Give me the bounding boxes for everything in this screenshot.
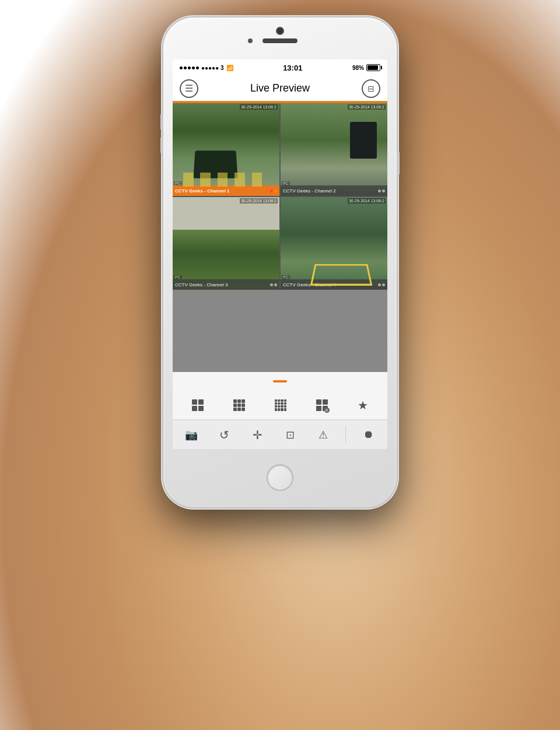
phone-speaker <box>262 38 298 43</box>
scene: ●●●●● 3 📶 13:01 98% <box>0 0 560 730</box>
status-bar: ●●●●● 3 📶 13:01 98% <box>173 59 387 76</box>
camera-cell-2[interactable]: 30-29-2014 13:06:2 PC CCTV Geeks - Chann… <box>281 103 387 196</box>
cam3-timestamp: 30-29-2014 13:06:2 <box>240 198 278 203</box>
carrier-number: ●●●●● 3 <box>201 65 224 71</box>
signal-dot-4 <box>192 66 195 69</box>
cam1-dot-1 <box>270 189 273 192</box>
cam3-status-dots <box>270 283 277 286</box>
list-view-button[interactable]: ⊟ <box>362 79 380 98</box>
battery-indicator <box>366 64 380 71</box>
cam2-pc-label: PC <box>282 181 290 185</box>
cam1-timestamp: 30-29-2014 13:06:2 <box>240 104 278 110</box>
signal-strength <box>180 66 199 69</box>
battery-fill <box>368 65 378 70</box>
star-icon: ★ <box>358 399 368 411</box>
favorites-button[interactable]: ★ <box>355 397 370 413</box>
close-grid-icon <box>316 399 328 411</box>
page-title: Live Preview <box>250 82 310 94</box>
home-button[interactable] <box>267 464 293 491</box>
bottom-controls-bar: 📷 ↺ ✛ ⊡ ⚠ <box>173 420 387 449</box>
cam1-status-dots <box>270 189 277 192</box>
camera-grid: 30-29-2014 13:06:2 PC CCTV Geeks - Chann… <box>173 103 387 290</box>
volume-up-button[interactable] <box>160 114 163 130</box>
cam4-status-dots <box>378 283 385 286</box>
cam1-label-bar: CCTV Geeks - Channel 1 <box>173 185 279 196</box>
grid-4x4-icon <box>275 399 286 411</box>
alarm-button[interactable]: ⚠ <box>313 424 334 445</box>
grid-2x2-icon <box>192 399 204 411</box>
cam3-dot-1 <box>270 283 273 286</box>
cam2-timestamp: 30-29-2014 13:06:2 <box>348 104 386 110</box>
cam2-label-text: CCTV Geeks - Channel 2 <box>283 188 336 194</box>
status-left: ●●●●● 3 📶 <box>180 65 233 71</box>
cam4-pc-label: PC <box>282 275 290 279</box>
ptz-button[interactable]: ✛ <box>247 424 268 445</box>
cam2-status-dots <box>378 189 385 192</box>
status-right: 98% <box>352 64 380 71</box>
grid-4x4-button[interactable] <box>272 397 289 413</box>
record-icon: ⏺ <box>363 429 374 441</box>
alarm-icon: ⚠ <box>318 429 328 441</box>
playback-icon: ↺ <box>219 428 229 442</box>
cam3-label-bar: CCTV Geeks - Channel 3 <box>173 279 279 290</box>
power-button[interactable] <box>397 152 400 175</box>
signal-dot-5 <box>196 66 199 69</box>
scroll-indicator <box>273 380 287 382</box>
display-button[interactable]: ⊡ <box>279 424 300 445</box>
battery-percent: 98% <box>352 65 364 71</box>
grid-controls-bar: ★ <box>173 391 387 420</box>
camera-cell-3[interactable]: 30-29-2014 13:06:2 PC CCTV Geeks - Chann… <box>173 197 279 290</box>
cam3-pc-label: PC <box>174 275 182 279</box>
snapshot-button[interactable]: 📷 <box>181 424 202 445</box>
ptz-icon: ✛ <box>253 428 262 442</box>
cam3-label-text: CCTV Geeks - Channel 3 <box>175 282 228 287</box>
camera-grid-container: 30-29-2014 13:06:2 PC CCTV Geeks - Chann… <box>173 103 387 372</box>
phone-camera-top <box>277 28 283 34</box>
wifi-icon: 📶 <box>226 65 233 71</box>
cam1-pc-label: PC <box>174 181 182 185</box>
playback-button[interactable]: ↺ <box>214 424 235 445</box>
cam2-dot-2 <box>382 189 385 192</box>
cam4-label-text: CCTV Geeks - Channel 4 <box>283 282 336 287</box>
menu-button[interactable]: ☰ <box>180 79 198 98</box>
cam2-dot-1 <box>378 189 381 192</box>
list-icon: ⊟ <box>368 84 374 93</box>
cam4-timestamp: 30-29-2014 13:06:2 <box>348 198 386 203</box>
camera-cell-4[interactable]: 30-29-2014 13:06:2 PC CCTV Geeks - Chann… <box>281 197 387 290</box>
cam2-label-bar: CCTV Geeks - Channel 2 <box>281 185 387 196</box>
hamburger-icon: ☰ <box>185 83 193 94</box>
cam3-dot-2 <box>274 283 277 286</box>
grid-3x3-icon <box>233 399 245 411</box>
record-button[interactable]: ⏺ <box>358 424 379 445</box>
display-icon: ⊡ <box>286 429 295 441</box>
phone-body: ●●●●● 3 📶 13:01 98% <box>163 17 397 507</box>
controls-divider <box>345 426 346 444</box>
cam4-dot-2 <box>382 283 385 286</box>
cam1-dot-2 <box>274 189 277 192</box>
navigation-bar: ☰ Live Preview ⊟ <box>173 76 387 101</box>
grid-3x3-button[interactable] <box>231 397 247 413</box>
cam4-label-bar: CCTV Geeks - Channel 4 <box>281 279 387 290</box>
scroll-indicator-area <box>173 372 387 391</box>
camera-icon: 📷 <box>185 429 198 441</box>
grid-2x2-button[interactable] <box>190 397 206 413</box>
close-grid-button[interactable] <box>314 397 330 413</box>
volume-down-button[interactable] <box>160 137 163 153</box>
cam1-label-text: CCTV Geeks - Channel 1 <box>175 188 229 194</box>
camera-cell-1[interactable]: 30-29-2014 13:06:2 PC CCTV Geeks - Chann… <box>173 103 279 196</box>
cam4-dot-1 <box>378 283 381 286</box>
signal-dot-2 <box>184 66 187 69</box>
phone-proximity-sensor <box>248 38 253 43</box>
signal-dot-3 <box>188 66 191 69</box>
phone-screen: ●●●●● 3 📶 13:01 98% <box>173 59 387 449</box>
status-time: 13:01 <box>283 64 302 72</box>
phone-device: ●●●●● 3 📶 13:01 98% <box>163 17 397 507</box>
signal-dot-1 <box>180 66 183 69</box>
